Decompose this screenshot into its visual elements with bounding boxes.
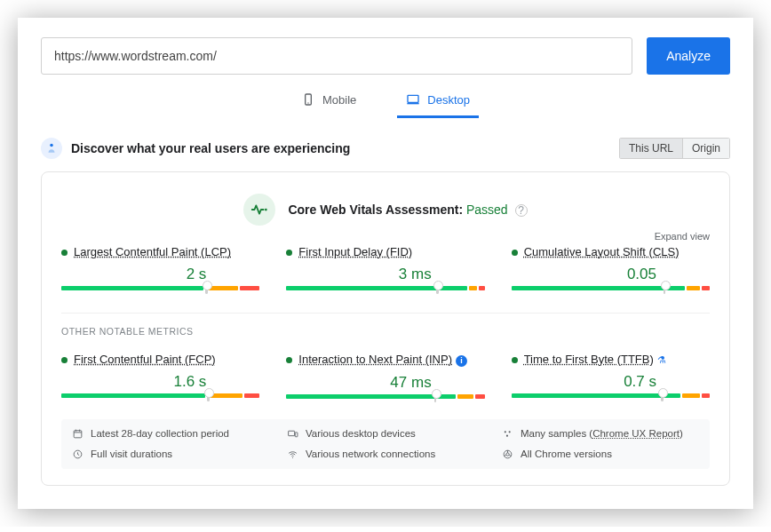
wifi-icon (287, 449, 298, 460)
clock-icon (72, 449, 83, 460)
footer-network: Various network connections (287, 449, 484, 460)
metric-ttfb-bar (512, 393, 710, 398)
discover-header: Discover what your real users are experi… (41, 138, 730, 159)
vitals-card: Core Web Vitals Assessment: Passed ? Exp… (41, 171, 730, 486)
desktop-icon (406, 92, 420, 107)
metric-fid-name[interactable]: First Input Delay (FID) (298, 245, 412, 258)
assessment-result: Passed (466, 202, 508, 217)
info-badge-icon[interactable]: i (456, 355, 467, 367)
page-frame: Analyze Mobile Desktop Discover what you… (18, 18, 753, 509)
metric-inp-name[interactable]: Interaction to Next Paint (INP) (298, 353, 452, 366)
footer-devices: Various desktop devices (287, 428, 484, 440)
other-metrics-label: OTHER NOTABLE METRICS (61, 313, 710, 337)
top-row: Analyze (41, 37, 730, 75)
tab-desktop[interactable]: Desktop (397, 87, 479, 118)
metric-fcp-bar (61, 393, 259, 398)
metric-inp-value: 47 ms (286, 374, 484, 392)
metric-cls-name[interactable]: Cumulative Layout Shift (CLS) (524, 245, 680, 258)
status-dot-good (286, 357, 292, 363)
devices-icon (287, 428, 298, 440)
svg-point-10 (506, 434, 508, 436)
experimental-icon[interactable]: ⚗ (657, 354, 666, 365)
status-dot-good (512, 250, 518, 256)
calendar-icon (72, 428, 83, 440)
crux-link[interactable]: Chrome UX Report (592, 428, 680, 439)
metric-cls-bar (512, 286, 710, 290)
svg-rect-7 (295, 432, 298, 436)
footer-visits: Full visit durations (72, 449, 269, 460)
discover-icon (41, 138, 62, 159)
help-icon[interactable]: ? (515, 204, 528, 217)
status-dot-good (61, 357, 68, 363)
expand-view-link[interactable]: Expand view (61, 231, 710, 242)
scope-origin[interactable]: Origin (683, 138, 730, 159)
metric-ttfb-name[interactable]: Time to First Byte (TTFB) (524, 353, 654, 366)
tab-mobile[interactable]: Mobile (292, 87, 365, 118)
metric-fcp-marker (207, 390, 210, 401)
samples-icon (502, 428, 513, 440)
metric-cls: Cumulative Layout Shift (CLS) 0.05 (512, 245, 710, 295)
footer-period-text: Latest 28-day collection period (91, 428, 229, 439)
footer-period: Latest 28-day collection period (72, 428, 269, 440)
chrome-icon (502, 449, 513, 460)
metric-ttfb-marker (661, 390, 664, 401)
metric-fid: First Input Delay (FID) 3 ms (286, 245, 484, 295)
footer-network-text: Various network connections (306, 449, 435, 459)
vitals-pulse-icon (243, 194, 275, 226)
metric-inp: Interaction to Next Paint (INP)i 47 ms (286, 353, 484, 403)
footer-samples-text: Many samples (Chrome UX Report) (521, 428, 683, 439)
svg-point-8 (505, 431, 506, 433)
metric-fid-value: 3 ms (286, 266, 484, 283)
metric-fcp-value: 1.6 s (61, 373, 259, 391)
footer-grid: Latest 28-day collection period Various … (61, 419, 710, 469)
tab-desktop-label: Desktop (427, 93, 470, 107)
svg-rect-6 (289, 431, 295, 435)
svg-point-4 (265, 209, 267, 211)
metric-cls-marker (664, 282, 666, 294)
tab-mobile-label: Mobile (322, 93, 356, 107)
svg-rect-2 (408, 95, 418, 102)
svg-point-9 (509, 431, 511, 433)
metric-fcp: First Contentful Paint (FCP) 1.6 s (61, 353, 259, 403)
mobile-icon (301, 92, 315, 107)
footer-versions: All Chrome versions (502, 449, 699, 460)
metric-inp-bar (286, 394, 484, 399)
status-dot-good (286, 250, 292, 256)
metric-lcp-marker (205, 282, 208, 294)
assessment-prefix: Core Web Vitals Assessment: (288, 202, 465, 217)
metric-ttfb: Time to First Byte (TTFB)⚗ 0.7 s (512, 353, 710, 403)
metric-fid-marker (436, 282, 439, 294)
metric-cls-value: 0.05 (512, 266, 710, 283)
footer-visits-text: Full visit durations (91, 449, 172, 459)
metric-fcp-name[interactable]: First Contentful Paint (FCP) (74, 353, 216, 366)
metric-fid-bar (286, 286, 484, 290)
scope-this-url[interactable]: This URL (619, 138, 683, 159)
metric-lcp-name[interactable]: Largest Contentful Paint (LCP) (74, 245, 231, 258)
metric-lcp-bar (61, 286, 259, 290)
status-dot-good (61, 250, 68, 256)
svg-point-12 (292, 457, 293, 457)
assessment-text: Core Web Vitals Assessment: Passed ? (288, 202, 527, 217)
discover-title: Discover what your real users are experi… (71, 141, 350, 155)
svg-point-3 (50, 144, 53, 147)
footer-versions-text: All Chrome versions (521, 449, 612, 459)
assessment-row: Core Web Vitals Assessment: Passed ? (61, 194, 710, 226)
metric-lcp: Largest Contentful Paint (LCP) 2 s (61, 245, 259, 295)
metric-ttfb-value: 0.7 s (512, 373, 710, 391)
status-dot-good (512, 357, 518, 363)
analyze-button[interactable]: Analyze (647, 37, 730, 75)
metrics-grid: Largest Contentful Paint (LCP) 2 s First… (61, 245, 710, 403)
svg-rect-5 (74, 430, 82, 437)
svg-point-1 (307, 102, 308, 103)
scope-toggle: This URL Origin (619, 138, 730, 159)
url-input[interactable] (41, 37, 632, 75)
metric-inp-marker (434, 391, 437, 402)
footer-devices-text: Various desktop devices (306, 428, 416, 439)
svg-point-14 (506, 452, 509, 455)
metric-lcp-value: 2 s (61, 266, 259, 283)
device-tabs: Mobile Desktop (41, 87, 730, 118)
footer-samples: Many samples (Chrome UX Report) (502, 428, 699, 440)
